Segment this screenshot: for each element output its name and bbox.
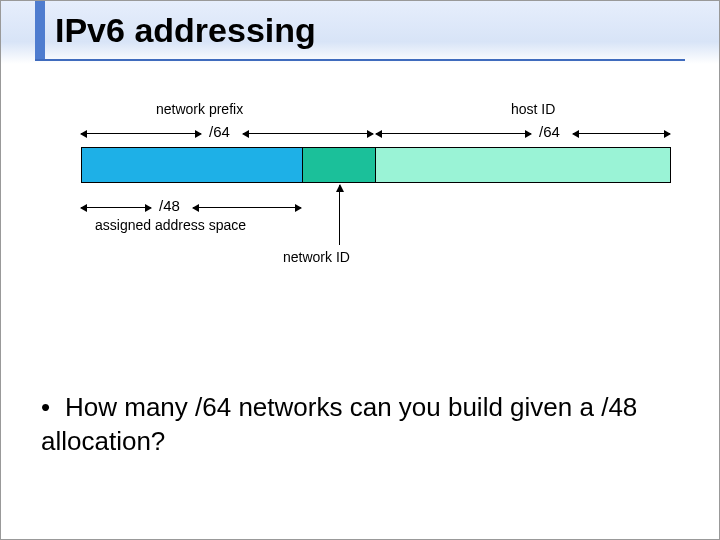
bracket-48-left — [81, 207, 151, 208]
label-network-prefix: network prefix — [156, 101, 243, 117]
prefix-net64: /64 — [209, 123, 230, 140]
bracket-host64-right — [573, 133, 670, 134]
prefix-48: /48 — [159, 197, 180, 214]
title-underline — [35, 59, 685, 61]
pointer-network-id — [339, 185, 340, 245]
seg-network-id — [303, 148, 376, 182]
address-bar — [81, 147, 671, 183]
label-assigned-space: assigned address space — [95, 217, 246, 233]
slide-root: IPv6 addressing network prefix host ID /… — [0, 0, 720, 540]
slide-title: IPv6 addressing — [55, 11, 316, 50]
bracket-48-right — [193, 207, 301, 208]
bracket-net64-right — [243, 133, 373, 134]
seg-assigned-48 — [82, 148, 303, 182]
bullet-content: How many /64 networks can you build give… — [41, 392, 637, 456]
bracket-host64-left — [376, 133, 531, 134]
prefix-host64: /64 — [539, 123, 560, 140]
seg-host-id — [376, 148, 670, 182]
bullet-dot: • — [41, 391, 65, 425]
bracket-net64-left — [81, 133, 201, 134]
bullet-text: •How many /64 networks can you build giv… — [41, 391, 679, 459]
title-accent-bar — [35, 1, 45, 59]
label-network-id: network ID — [283, 249, 350, 265]
label-host-id: host ID — [511, 101, 555, 117]
